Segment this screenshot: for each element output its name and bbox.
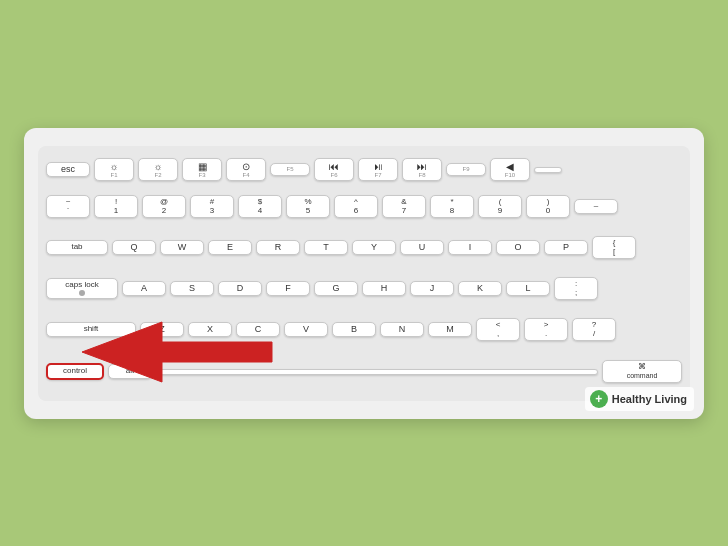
- number-row: ~` !1 @2 #3 $4 %5 ^6 &7 *8 (9 )0 –: [46, 189, 682, 225]
- key-3[interactable]: #3: [190, 195, 234, 219]
- watermark-text: Healthy Living: [612, 393, 687, 405]
- key-caps-lock[interactable]: caps lock: [46, 278, 118, 300]
- keyboard-wrapper: esc ☼ F1 ☼ F2 ▦ F3 ⊙ F4: [24, 128, 704, 419]
- key-p[interactable]: P: [544, 240, 588, 256]
- key-y[interactable]: Y: [352, 240, 396, 256]
- watermark-icon: +: [595, 392, 602, 406]
- key-f5[interactable]: F5: [270, 163, 310, 176]
- key-6[interactable]: ^6: [334, 195, 378, 219]
- key-7[interactable]: &7: [382, 195, 426, 219]
- key-command-icon: ⌘: [638, 363, 646, 372]
- key-f6[interactable]: ⏮ F6: [314, 158, 354, 182]
- qwerty-row: tab Q W E R T Y U I O P {[: [46, 230, 682, 266]
- key-f6-icon: ⏮: [329, 161, 339, 172]
- key-esc-label: esc: [61, 165, 75, 175]
- zxcv-row: shift Z X C V B N M <, >. ?/: [46, 312, 682, 348]
- key-f8-icon: ⏭: [417, 161, 427, 172]
- key-command[interactable]: ⌘ command: [602, 360, 682, 382]
- key-a[interactable]: A: [122, 281, 166, 297]
- key-f9-label: F9: [462, 166, 469, 173]
- key-f1[interactable]: ☼ F1: [94, 158, 134, 182]
- key-m[interactable]: M: [428, 322, 472, 338]
- key-f10-icon: ◀: [506, 161, 514, 172]
- key-f3-label: F3: [198, 172, 205, 179]
- keyboard: esc ☼ F1 ☼ F2 ▦ F3 ⊙ F4: [38, 146, 690, 401]
- key-space[interactable]: [156, 369, 598, 375]
- key-9[interactable]: (9: [478, 195, 522, 219]
- key-c[interactable]: C: [236, 322, 280, 338]
- key-1[interactable]: !1: [94, 195, 138, 219]
- key-f7-label: F7: [374, 172, 381, 179]
- key-e[interactable]: E: [208, 240, 252, 256]
- key-esc[interactable]: esc: [46, 162, 90, 178]
- key-f8[interactable]: ⏭ F8: [402, 158, 442, 182]
- key-f1-icon: ☼: [109, 161, 118, 172]
- key-k[interactable]: K: [458, 281, 502, 297]
- key-l[interactable]: L: [506, 281, 550, 297]
- key-f3-icon: ▦: [198, 161, 207, 172]
- key-shift[interactable]: shift: [46, 322, 136, 337]
- key-0[interactable]: )0: [526, 195, 570, 219]
- key-r[interactable]: R: [256, 240, 300, 256]
- key-w[interactable]: W: [160, 240, 204, 256]
- key-4[interactable]: $4: [238, 195, 282, 219]
- key-f3[interactable]: ▦ F3: [182, 158, 222, 182]
- key-8[interactable]: *8: [430, 195, 474, 219]
- key-u[interactable]: U: [400, 240, 444, 256]
- key-minus[interactable]: –: [574, 199, 618, 214]
- key-j[interactable]: J: [410, 281, 454, 297]
- key-semicolon[interactable]: :;: [554, 277, 598, 301]
- key-f[interactable]: F: [266, 281, 310, 297]
- key-v[interactable]: V: [284, 322, 328, 338]
- key-f4[interactable]: ⊙ F4: [226, 158, 266, 182]
- key-b[interactable]: B: [332, 322, 376, 338]
- key-alt[interactable]: alt: [108, 364, 152, 379]
- bottom-row: control alt ⌘ command: [46, 353, 682, 391]
- key-f11[interactable]: [534, 167, 562, 173]
- key-g[interactable]: G: [314, 281, 358, 297]
- key-f7[interactable]: ⏯ F7: [358, 158, 398, 182]
- caps-lock-indicator: [79, 290, 85, 296]
- key-z[interactable]: Z: [140, 322, 184, 338]
- key-command-label: command: [627, 372, 658, 380]
- key-i[interactable]: I: [448, 240, 492, 256]
- key-f4-label: F4: [242, 172, 249, 179]
- key-f7-icon: ⏯: [373, 161, 383, 172]
- key-n[interactable]: N: [380, 322, 424, 338]
- function-row: esc ☼ F1 ☼ F2 ▦ F3 ⊙ F4: [46, 156, 682, 184]
- watermark-logo: +: [590, 390, 608, 408]
- key-o[interactable]: O: [496, 240, 540, 256]
- main-container: esc ☼ F1 ☼ F2 ▦ F3 ⊙ F4: [14, 18, 714, 528]
- key-f10[interactable]: ◀ F10: [490, 158, 530, 182]
- key-slash[interactable]: ?/: [572, 318, 616, 342]
- key-h[interactable]: H: [362, 281, 406, 297]
- key-2[interactable]: @2: [142, 195, 186, 219]
- key-f1-label: F1: [110, 172, 117, 179]
- asdf-row: caps lock A S D F G H J K L :;: [46, 271, 682, 307]
- key-f8-label: F8: [418, 172, 425, 179]
- key-f5-label: F5: [286, 166, 293, 173]
- key-d[interactable]: D: [218, 281, 262, 297]
- key-tilde[interactable]: ~`: [46, 195, 90, 219]
- watermark: + Healthy Living: [585, 387, 694, 411]
- key-caps-label: caps lock: [65, 281, 98, 290]
- key-comma[interactable]: <,: [476, 318, 520, 342]
- key-x[interactable]: X: [188, 322, 232, 338]
- key-bracket-open[interactable]: {[: [592, 236, 636, 260]
- key-f6-label: F6: [330, 172, 337, 179]
- key-f2[interactable]: ☼ F2: [138, 158, 178, 182]
- key-f4-icon: ⊙: [242, 161, 250, 172]
- key-t[interactable]: T: [304, 240, 348, 256]
- key-alt-label: alt: [126, 367, 134, 376]
- key-tab[interactable]: tab: [46, 240, 108, 255]
- key-f10-label: F10: [505, 172, 515, 179]
- key-control-label: control: [63, 367, 87, 376]
- key-q[interactable]: Q: [112, 240, 156, 256]
- key-period[interactable]: >.: [524, 318, 568, 342]
- key-f2-label: F2: [154, 172, 161, 179]
- key-f9[interactable]: F9: [446, 163, 486, 176]
- key-control[interactable]: control: [46, 363, 104, 380]
- key-f2-icon: ☼: [153, 161, 162, 172]
- key-s[interactable]: S: [170, 281, 214, 297]
- key-5[interactable]: %5: [286, 195, 330, 219]
